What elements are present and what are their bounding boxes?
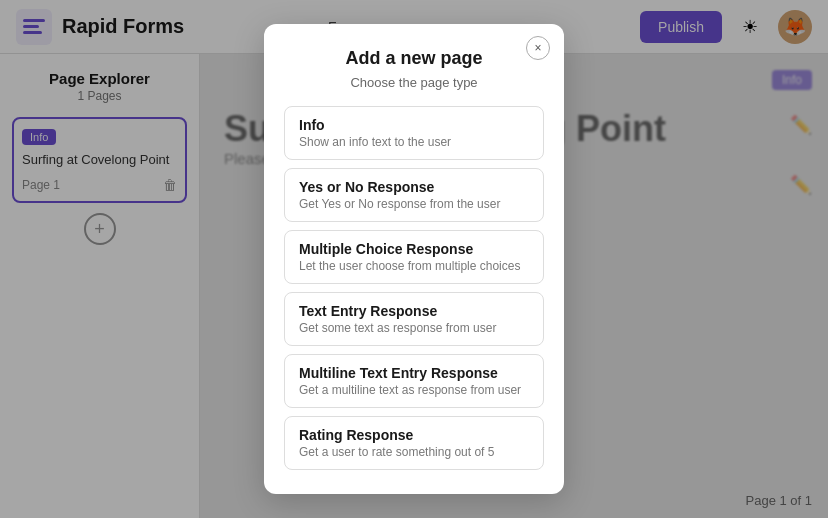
option-info[interactable]: Info Show an info text to the user xyxy=(284,106,544,160)
option-multiple-choice[interactable]: Multiple Choice Response Let the user ch… xyxy=(284,230,544,284)
option-ml-desc: Get a multiline text as response from us… xyxy=(299,383,529,397)
option-multiline-text[interactable]: Multiline Text Entry Response Get a mult… xyxy=(284,354,544,408)
modal-title: Add a new page xyxy=(284,48,544,69)
option-info-title: Info xyxy=(299,117,529,133)
option-te-desc: Get some text as response from user xyxy=(299,321,529,335)
option-yes-no-title: Yes or No Response xyxy=(299,179,529,195)
option-text-entry[interactable]: Text Entry Response Get some text as res… xyxy=(284,292,544,346)
option-rating-desc: Get a user to rate something out of 5 xyxy=(299,445,529,459)
option-ml-title: Multiline Text Entry Response xyxy=(299,365,529,381)
modal-overlay[interactable]: Add a new page × Choose the page type In… xyxy=(0,0,828,518)
option-yes-no-desc: Get Yes or No response from the user xyxy=(299,197,529,211)
option-mc-desc: Let the user choose from multiple choice… xyxy=(299,259,529,273)
modal-close-button[interactable]: × xyxy=(526,36,550,60)
option-info-desc: Show an info text to the user xyxy=(299,135,529,149)
option-te-title: Text Entry Response xyxy=(299,303,529,319)
modal-subtitle: Choose the page type xyxy=(284,75,544,90)
option-mc-title: Multiple Choice Response xyxy=(299,241,529,257)
option-yes-no[interactable]: Yes or No Response Get Yes or No respons… xyxy=(284,168,544,222)
modal: Add a new page × Choose the page type In… xyxy=(264,24,564,494)
option-rating[interactable]: Rating Response Get a user to rate somet… xyxy=(284,416,544,470)
option-rating-title: Rating Response xyxy=(299,427,529,443)
